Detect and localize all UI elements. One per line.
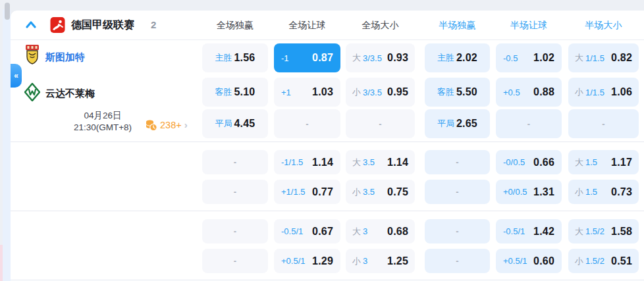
ou-line: 3 (363, 226, 367, 236)
column-header-fulltime-1x2: 全场独赢 (202, 11, 268, 39)
ou-side: 小 (575, 255, 583, 267)
handicap-line: -1/1.5 (281, 157, 303, 167)
left-edge-strip (0, 245, 3, 281)
handicap-line: +1 (281, 88, 291, 97)
empty-odds-cell: - (425, 150, 490, 174)
ht-under-cell[interactable]: 小1/1.51.06 (568, 78, 639, 107)
bundesliga-logo-icon (50, 16, 65, 34)
collapse-sidebar-tab[interactable]: « (11, 64, 22, 88)
ft-under-cell[interactable]: 小3/3.50.95 (346, 78, 415, 107)
league-title: 德国甲级联赛 (71, 11, 134, 39)
bottom-separator (11, 280, 644, 280)
odds-value: 0.73 (611, 186, 632, 198)
ht-under-alt-cell[interactable]: 小1.5/20.51 (568, 249, 639, 273)
handicap-line: -0.5 (503, 53, 518, 63)
odds-value: 1.58 (611, 226, 632, 238)
betting-page: « 德国甲级联赛 2 全场独赢 全场让球 全场大小 半场独赢 半场让球 半场大小 (0, 0, 644, 281)
ou-line: 1/1.5 (585, 88, 604, 97)
odds-value: 0.77 (312, 186, 333, 198)
ou-side: 小 (352, 86, 361, 98)
odds-value: 1.31 (533, 186, 554, 198)
empty-odds-cell: - (568, 109, 639, 138)
handicap-line: +1/1.5 (281, 187, 306, 197)
league-odds-panel: 德国甲级联赛 2 全场独赢 全场让球 全场大小 半场独赢 半场让球 半场大小 斯… (11, 11, 644, 281)
ft-over-alt-cell[interactable]: 大30.68 (346, 219, 415, 243)
scrollbar-thumb[interactable] (5, 3, 10, 20)
column-header-halftime-overunder: 半场大小 (568, 11, 639, 39)
ft-handicap-alt-cell[interactable]: +0.5/11.29 (274, 249, 340, 273)
empty-odds-cell: - (202, 150, 268, 174)
odds-label: 客胜 (215, 86, 232, 98)
ou-side: 大 (575, 226, 583, 238)
odds-value: 1.25 (387, 255, 408, 267)
ft-1x2-home-cell[interactable]: 主胜1.56 (202, 43, 268, 72)
handicap-line: -0.5/1 (503, 226, 525, 236)
ft-1x2-away-cell[interactable]: 客胜5.10 (202, 78, 268, 107)
odds-value: 1.17 (611, 157, 632, 168)
ht-handicap-home-cell[interactable]: -0.51.02 (496, 43, 562, 72)
ou-line: 1.5 (585, 157, 597, 167)
ft-under-alt-cell[interactable]: 小3.50.75 (346, 180, 415, 204)
ou-line: 3 (363, 256, 367, 266)
ht-handicap-away-cell[interactable]: +0.50.88 (496, 78, 562, 107)
ft-over-cell[interactable]: 大3/3.50.93 (346, 43, 415, 72)
odds-value: 5.50 (456, 86, 477, 98)
ft-handicap-home-cell-selected[interactable]: -10.87 (274, 43, 340, 72)
ft-handicap-alt-cell[interactable]: -1/1.51.14 (274, 150, 340, 174)
league-header-row: 德国甲级联赛 2 全场独赢 全场让球 全场大小 半场独赢 半场让球 半场大小 (11, 11, 644, 40)
odds-value: 0.95 (387, 86, 408, 98)
odds-value: 0.66 (533, 157, 554, 168)
double-chevron-left-icon: « (14, 71, 18, 80)
ht-over-cell[interactable]: 大1/1.50.82 (568, 43, 639, 72)
odds-label: 平局 (215, 118, 232, 130)
ht-over-alt-cell[interactable]: 大1.51.17 (568, 150, 639, 174)
odds-label: 主胜 (215, 52, 232, 64)
odds-value: 1.29 (312, 255, 333, 267)
handicap-line: -0/0.5 (503, 157, 525, 167)
ht-1x2-away-cell[interactable]: 客胜5.50 (425, 78, 490, 107)
ou-line: 1.5/2 (585, 256, 604, 266)
ft-handicap-alt-cell[interactable]: -0.5/10.67 (274, 219, 340, 243)
ou-line: 3/3.5 (363, 88, 382, 97)
ht-over-alt-cell[interactable]: 大1.5/21.58 (568, 219, 639, 243)
ht-handicap-alt-cell[interactable]: -0/0.50.66 (496, 150, 562, 174)
left-rail (3, 9, 11, 281)
odds-label: 客胜 (437, 86, 454, 98)
ft-under-alt-cell[interactable]: 小31.25 (346, 249, 415, 273)
ht-under-alt-cell[interactable]: 小1.50.73 (568, 180, 639, 204)
ou-line: 1/1.5 (585, 53, 604, 63)
collapse-league-chevron-up-icon[interactable] (25, 19, 37, 31)
league-match-count: 2 (151, 11, 156, 39)
odds-row-home: 主胜1.56 -10.87 大3/3.50.93 主胜2.02 -0.51.02… (11, 43, 644, 72)
group-separator (11, 211, 644, 211)
ft-1x2-draw-cell[interactable]: 平局4.45 (202, 109, 268, 138)
odds-row-alt-line-2-home: - -0.5/10.67 大30.68 - -0.5/11.42 大1.5/21… (11, 219, 644, 243)
empty-odds-cell: - (202, 249, 268, 273)
odds-value: 0.82 (611, 52, 632, 64)
odds-value: 4.45 (234, 118, 255, 130)
ft-handicap-alt-cell[interactable]: +1/1.50.77 (274, 180, 340, 204)
ou-line: 3.5 (363, 157, 375, 167)
handicap-line: -1 (281, 53, 289, 63)
ft-over-alt-cell[interactable]: 大3.51.14 (346, 150, 415, 174)
odds-value: 1.03 (312, 86, 333, 98)
empty-odds-cell: - (496, 109, 562, 138)
handicap-line: +0.5/1 (281, 256, 306, 266)
ou-line: 1.5 (585, 187, 597, 197)
odds-value: 0.67 (312, 226, 333, 238)
ht-1x2-home-cell[interactable]: 主胜2.02 (425, 43, 490, 72)
ht-handicap-alt-cell[interactable]: -0.5/11.42 (496, 219, 562, 243)
ht-handicap-alt-cell[interactable]: +0.5/10.60 (496, 249, 562, 273)
odds-value: 1.06 (611, 86, 632, 98)
odds-label: 平局 (437, 118, 454, 130)
ht-1x2-draw-cell[interactable]: 平局2.65 (425, 109, 490, 138)
ou-side: 大 (575, 52, 583, 64)
odds-value: 0.93 (387, 52, 408, 64)
ht-handicap-alt-cell[interactable]: +0/0.51.31 (496, 180, 562, 204)
ft-handicap-away-cell[interactable]: +11.03 (274, 78, 340, 107)
column-header-halftime-1x2: 半场独赢 (425, 11, 490, 39)
ou-side: 大 (352, 157, 361, 168)
empty-odds-cell: - (202, 219, 268, 243)
odds-row-draw: 平局4.45 - - 平局2.65 - - (11, 109, 644, 138)
odds-value: 0.51 (611, 255, 632, 267)
